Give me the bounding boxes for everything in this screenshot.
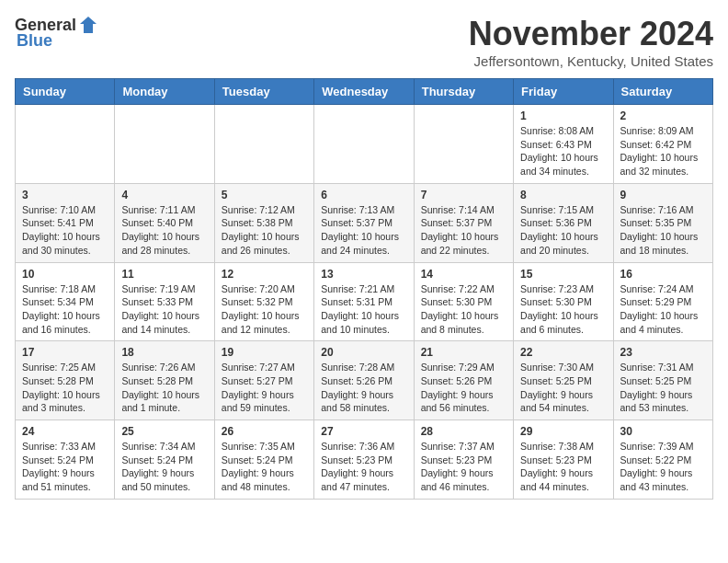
calendar-cell: 11Sunrise: 7:19 AMSunset: 5:33 PMDayligh… xyxy=(115,262,214,341)
calendar: SundayMondayTuesdayWednesdayThursdayFrid… xyxy=(15,78,713,500)
logo: General Blue xyxy=(15,15,98,51)
day-info: Sunrise: 7:27 AMSunset: 5:27 PMDaylight:… xyxy=(222,361,307,415)
weekday-header-wednesday: Wednesday xyxy=(314,79,414,105)
day-number: 19 xyxy=(222,346,307,359)
calendar-cell: 10Sunrise: 7:18 AMSunset: 5:34 PMDayligh… xyxy=(16,262,115,341)
calendar-cell: 6Sunrise: 7:13 AMSunset: 5:37 PMDaylight… xyxy=(314,183,414,262)
day-number: 3 xyxy=(22,189,108,201)
weekday-header-thursday: Thursday xyxy=(414,79,513,105)
title-section: November 2024 Jeffersontown, Kentucky, U… xyxy=(469,15,713,69)
day-info: Sunrise: 8:09 AMSunset: 6:42 PMDaylight:… xyxy=(620,124,706,178)
day-info: Sunrise: 7:29 AMSunset: 5:26 PMDaylight:… xyxy=(421,361,506,415)
logo-blue: Blue xyxy=(17,31,52,51)
day-number: 4 xyxy=(121,189,207,201)
calendar-cell: 16Sunrise: 7:24 AMSunset: 5:29 PMDayligh… xyxy=(613,262,712,341)
day-number: 10 xyxy=(22,268,108,281)
day-info: Sunrise: 7:10 AMSunset: 5:41 PMDaylight:… xyxy=(22,203,108,258)
day-number: 24 xyxy=(22,425,108,438)
day-number: 26 xyxy=(222,425,307,438)
calendar-cell: 12Sunrise: 7:20 AMSunset: 5:32 PMDayligh… xyxy=(214,262,313,341)
day-number: 18 xyxy=(121,346,207,359)
day-number: 15 xyxy=(520,268,606,281)
calendar-cell: 4Sunrise: 7:11 AMSunset: 5:40 PMDaylight… xyxy=(115,183,214,262)
day-info: Sunrise: 7:37 AMSunset: 5:23 PMDaylight:… xyxy=(421,440,506,494)
calendar-cell: 23Sunrise: 7:31 AMSunset: 5:25 PMDayligh… xyxy=(613,341,712,420)
day-info: Sunrise: 7:12 AMSunset: 5:38 PMDaylight:… xyxy=(222,203,307,258)
calendar-cell: 19Sunrise: 7:27 AMSunset: 5:27 PMDayligh… xyxy=(214,341,313,420)
day-info: Sunrise: 7:36 AMSunset: 5:23 PMDaylight:… xyxy=(321,440,406,494)
day-info: Sunrise: 7:25 AMSunset: 5:28 PMDaylight:… xyxy=(22,361,108,415)
day-number: 14 xyxy=(421,268,506,281)
location: Jeffersontown, Kentucky, United States xyxy=(469,53,713,69)
day-info: Sunrise: 7:14 AMSunset: 5:37 PMDaylight:… xyxy=(421,203,506,258)
calendar-cell xyxy=(16,105,115,184)
day-info: Sunrise: 7:30 AMSunset: 5:25 PMDaylight:… xyxy=(520,361,606,415)
week-row-3: 10Sunrise: 7:18 AMSunset: 5:34 PMDayligh… xyxy=(16,262,713,341)
calendar-cell: 20Sunrise: 7:28 AMSunset: 5:26 PMDayligh… xyxy=(314,341,414,420)
calendar-cell: 3Sunrise: 7:10 AMSunset: 5:41 PMDaylight… xyxy=(16,183,115,262)
week-row-5: 24Sunrise: 7:33 AMSunset: 5:24 PMDayligh… xyxy=(16,420,713,500)
day-info: Sunrise: 7:20 AMSunset: 5:32 PMDaylight:… xyxy=(222,282,307,337)
month-title: November 2024 xyxy=(469,15,713,53)
calendar-cell: 7Sunrise: 7:14 AMSunset: 5:37 PMDaylight… xyxy=(414,183,513,262)
day-number: 29 xyxy=(520,425,606,438)
calendar-cell: 17Sunrise: 7:25 AMSunset: 5:28 PMDayligh… xyxy=(16,341,115,420)
day-number: 30 xyxy=(620,425,706,438)
week-row-4: 17Sunrise: 7:25 AMSunset: 5:28 PMDayligh… xyxy=(16,341,713,420)
calendar-cell: 29Sunrise: 7:38 AMSunset: 5:23 PMDayligh… xyxy=(514,420,613,500)
day-number: 23 xyxy=(620,346,706,359)
day-info: Sunrise: 7:28 AMSunset: 5:26 PMDaylight:… xyxy=(321,361,406,415)
day-number: 28 xyxy=(421,425,506,438)
weekday-header-friday: Friday xyxy=(514,79,613,105)
day-number: 11 xyxy=(121,268,207,281)
day-number: 25 xyxy=(121,425,207,438)
day-number: 12 xyxy=(222,268,307,281)
calendar-cell: 28Sunrise: 7:37 AMSunset: 5:23 PMDayligh… xyxy=(414,420,513,500)
calendar-cell: 14Sunrise: 7:22 AMSunset: 5:30 PMDayligh… xyxy=(414,262,513,341)
calendar-cell: 21Sunrise: 7:29 AMSunset: 5:26 PMDayligh… xyxy=(414,341,513,420)
day-info: Sunrise: 7:23 AMSunset: 5:30 PMDaylight:… xyxy=(520,282,606,337)
calendar-cell xyxy=(115,105,214,184)
calendar-cell xyxy=(214,105,313,184)
day-info: Sunrise: 7:35 AMSunset: 5:24 PMDaylight:… xyxy=(222,440,307,494)
day-info: Sunrise: 7:38 AMSunset: 5:23 PMDaylight:… xyxy=(520,440,606,494)
day-info: Sunrise: 7:21 AMSunset: 5:31 PMDaylight:… xyxy=(321,282,406,337)
calendar-cell: 30Sunrise: 7:39 AMSunset: 5:22 PMDayligh… xyxy=(613,420,712,500)
weekday-header-saturday: Saturday xyxy=(613,79,712,105)
day-info: Sunrise: 7:33 AMSunset: 5:24 PMDaylight:… xyxy=(22,440,108,494)
day-number: 6 xyxy=(321,189,406,201)
day-number: 9 xyxy=(620,189,706,201)
week-row-1: 1Sunrise: 8:08 AMSunset: 6:43 PMDaylight… xyxy=(16,105,713,184)
calendar-cell: 18Sunrise: 7:26 AMSunset: 5:28 PMDayligh… xyxy=(115,341,214,420)
day-info: Sunrise: 7:26 AMSunset: 5:28 PMDaylight:… xyxy=(121,361,207,415)
calendar-cell: 8Sunrise: 7:15 AMSunset: 5:36 PMDaylight… xyxy=(514,183,613,262)
day-number: 13 xyxy=(321,268,406,281)
weekday-header-tuesday: Tuesday xyxy=(214,79,313,105)
day-info: Sunrise: 7:24 AMSunset: 5:29 PMDaylight:… xyxy=(620,282,706,337)
weekday-header-sunday: Sunday xyxy=(16,79,115,105)
calendar-cell: 27Sunrise: 7:36 AMSunset: 5:23 PMDayligh… xyxy=(314,420,414,500)
calendar-cell: 5Sunrise: 7:12 AMSunset: 5:38 PMDaylight… xyxy=(214,183,313,262)
day-number: 27 xyxy=(321,425,406,438)
weekday-header-row: SundayMondayTuesdayWednesdayThursdayFrid… xyxy=(16,79,713,105)
calendar-cell: 22Sunrise: 7:30 AMSunset: 5:25 PMDayligh… xyxy=(514,341,613,420)
day-number: 22 xyxy=(520,346,606,359)
day-number: 8 xyxy=(520,189,606,201)
day-info: Sunrise: 7:13 AMSunset: 5:37 PMDaylight:… xyxy=(321,203,406,258)
day-info: Sunrise: 7:34 AMSunset: 5:24 PMDaylight:… xyxy=(121,440,207,494)
day-info: Sunrise: 7:19 AMSunset: 5:33 PMDaylight:… xyxy=(121,282,207,337)
weekday-header-monday: Monday xyxy=(115,79,214,105)
calendar-cell: 15Sunrise: 7:23 AMSunset: 5:30 PMDayligh… xyxy=(514,262,613,341)
calendar-cell: 13Sunrise: 7:21 AMSunset: 5:31 PMDayligh… xyxy=(314,262,414,341)
day-info: Sunrise: 7:22 AMSunset: 5:30 PMDaylight:… xyxy=(421,282,506,337)
day-number: 16 xyxy=(620,268,706,281)
svg-marker-0 xyxy=(80,17,97,33)
day-info: Sunrise: 7:15 AMSunset: 5:36 PMDaylight:… xyxy=(520,203,606,258)
calendar-cell: 25Sunrise: 7:34 AMSunset: 5:24 PMDayligh… xyxy=(115,420,214,500)
week-row-2: 3Sunrise: 7:10 AMSunset: 5:41 PMDaylight… xyxy=(16,183,713,262)
day-number: 7 xyxy=(421,189,506,201)
day-info: Sunrise: 7:11 AMSunset: 5:40 PMDaylight:… xyxy=(121,203,207,258)
day-number: 17 xyxy=(22,346,108,359)
day-number: 5 xyxy=(222,189,307,201)
day-info: Sunrise: 7:16 AMSunset: 5:35 PMDaylight:… xyxy=(620,203,706,258)
